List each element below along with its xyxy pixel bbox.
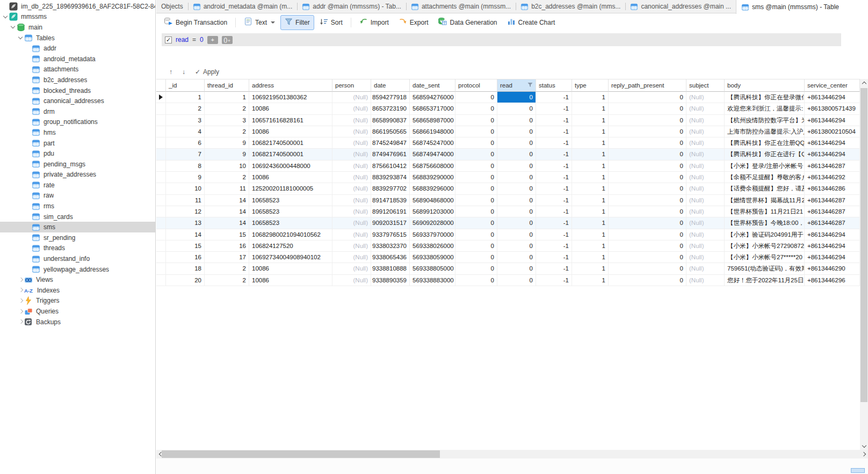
cell-person[interactable]: (Null): [332, 126, 371, 137]
row-marker[interactable]: [156, 275, 166, 286]
cell-body[interactable]: 上海市防控办温馨提示:入沪人: [725, 126, 805, 137]
column-header-body[interactable]: body: [725, 79, 805, 92]
tree-item-tables[interactable]: Tables: [0, 33, 155, 43]
row-marker[interactable]: [156, 195, 166, 206]
cell-reply_path_present[interactable]: 0: [609, 103, 686, 114]
column-header-subject[interactable]: subject: [686, 79, 725, 92]
cell-person[interactable]: (Null): [332, 103, 371, 114]
cell-body[interactable]: 【世界杯预告】今晚18:00，: [725, 217, 805, 229]
cell-type[interactable]: 1: [572, 217, 609, 229]
cell-subject[interactable]: (Null): [686, 217, 725, 229]
cell-status[interactable]: -1: [536, 161, 572, 172]
cell-protocol[interactable]: 0: [455, 115, 497, 126]
cell-protocol[interactable]: 0: [455, 161, 497, 172]
begin-transaction-button[interactable]: Begin Transaction: [160, 14, 232, 30]
cell-date_sent[interactable]: 568661948000: [410, 126, 455, 137]
column-header-address[interactable]: address: [249, 79, 332, 92]
cell-date[interactable]: 8749476961: [371, 149, 410, 160]
cell-address[interactable]: 106824127520: [249, 240, 332, 252]
cell-body[interactable]: 【小米】小米帐号27290872: [725, 240, 805, 252]
cell-subject[interactable]: (Null): [686, 263, 725, 274]
column-header-date[interactable]: date: [371, 79, 410, 92]
tree-item-addr[interactable]: addr: [0, 43, 155, 54]
cell-date_sent[interactable]: 568594276000: [410, 92, 455, 103]
cell-subject[interactable]: (Null): [686, 103, 725, 114]
filter-operator[interactable]: =: [192, 36, 196, 43]
cell-read[interactable]: 0: [497, 195, 536, 206]
cell-type[interactable]: 1: [572, 183, 609, 194]
cell-date[interactable]: 8839293874: [371, 172, 410, 183]
cell-_id[interactable]: 14: [166, 229, 205, 240]
cell-date[interactable]: 9338810888: [371, 263, 410, 274]
cell-thread_id[interactable]: 2: [205, 172, 249, 183]
cell-thread_id[interactable]: 14: [205, 195, 249, 206]
cell-thread_id[interactable]: 2: [205, 263, 249, 274]
cell-_id[interactable]: 15: [166, 240, 205, 252]
cell-read[interactable]: 0: [497, 137, 536, 149]
tree-item-backups[interactable]: Backups: [0, 317, 155, 327]
apply-button[interactable]: ✓ Apply: [191, 67, 223, 77]
cell-read[interactable]: 0: [497, 275, 536, 286]
cell-date_sent[interactable]: 568991203000: [410, 206, 455, 217]
cell-protocol[interactable]: 0: [455, 252, 497, 263]
cell-person[interactable]: (Null): [332, 195, 371, 206]
cell-service_center[interactable]: +8613446287: [805, 161, 860, 172]
cell-status[interactable]: -1: [536, 240, 572, 252]
cell-_id[interactable]: 16: [166, 252, 205, 263]
cell-_id[interactable]: 12: [166, 206, 205, 217]
cell-subject[interactable]: (Null): [686, 92, 725, 103]
cell-date[interactable]: 9338065436: [371, 252, 410, 263]
tree-item-sms[interactable]: sms: [0, 222, 155, 232]
tree-item-drm[interactable]: drm: [0, 106, 155, 117]
cell-read[interactable]: 0: [497, 240, 536, 252]
cell-status[interactable]: -1: [536, 195, 572, 206]
cell-thread_id[interactable]: 17: [205, 252, 249, 263]
row-marker[interactable]: [156, 263, 166, 274]
chevron-down-icon[interactable]: [2, 13, 9, 20]
row-marker[interactable]: [156, 252, 166, 263]
cell-date[interactable]: 8653723190: [371, 103, 410, 114]
chevron-right-icon[interactable]: [17, 297, 24, 304]
cell-_id[interactable]: 20: [166, 275, 205, 286]
cell-_id[interactable]: 9: [166, 172, 205, 183]
cell-date[interactable]: 9338032370: [371, 240, 410, 252]
cell-service_center[interactable]: +8613446292: [805, 172, 860, 183]
row-marker[interactable]: [156, 126, 166, 137]
cell-thread_id[interactable]: 14: [205, 217, 249, 229]
cell-person[interactable]: (Null): [332, 229, 371, 240]
column-header-person[interactable]: person: [332, 79, 371, 92]
cell-read[interactable]: 0: [497, 115, 536, 126]
cell-_id[interactable]: 8: [166, 161, 205, 172]
cell-service_center[interactable]: +8613446290: [805, 263, 860, 274]
column-header-thread_id[interactable]: thread_id: [205, 79, 249, 92]
tree-item-attachments[interactable]: attachments: [0, 64, 155, 75]
cell-protocol[interactable]: 0: [455, 217, 497, 229]
chevron-down-icon[interactable]: [17, 34, 24, 41]
cell-person[interactable]: (Null): [332, 252, 371, 263]
tree-item-b2c-addresses[interactable]: b2c_addresses: [0, 75, 155, 85]
cell-_id[interactable]: 6: [166, 137, 205, 149]
cell-status[interactable]: -1: [536, 149, 572, 160]
cell-subject[interactable]: (Null): [686, 137, 725, 149]
tree-item-yellowpage-addresses[interactable]: yellowpage_addresses: [0, 264, 155, 275]
cell-status[interactable]: -1: [536, 172, 572, 183]
cell-service_center[interactable]: +8613446287: [805, 195, 860, 206]
cell-read[interactable]: 0: [497, 229, 536, 240]
cell-subject[interactable]: (Null): [686, 275, 725, 286]
tree-item-hms[interactable]: hms: [0, 127, 155, 138]
tab-sms-main-mmssms-table[interactable]: sms @main (mmssms) - Table: [736, 0, 868, 14]
cell-type[interactable]: 1: [572, 252, 609, 263]
cell-read[interactable]: 0: [497, 172, 536, 183]
cell-date_sent[interactable]: 568904868000: [410, 195, 455, 206]
tree-item-rms[interactable]: rms: [0, 201, 155, 212]
tab-canonical-addresses-main[interactable]: canonical_addresses @main ...: [625, 0, 736, 13]
cell-reply_path_present[interactable]: 0: [609, 172, 686, 183]
tree-item-sr-pending[interactable]: sr_pending: [0, 232, 155, 243]
cell-address[interactable]: 10086: [249, 172, 332, 183]
filter-value[interactable]: 0: [200, 36, 204, 43]
cell-status[interactable]: -1: [536, 252, 572, 263]
cell-service_center[interactable]: +8613800210504: [805, 126, 860, 137]
cell-date_sent[interactable]: 568756608000: [410, 161, 455, 172]
scroll-up-icon[interactable]: [862, 81, 866, 85]
cell-date_sent[interactable]: 568745247000: [410, 137, 455, 149]
